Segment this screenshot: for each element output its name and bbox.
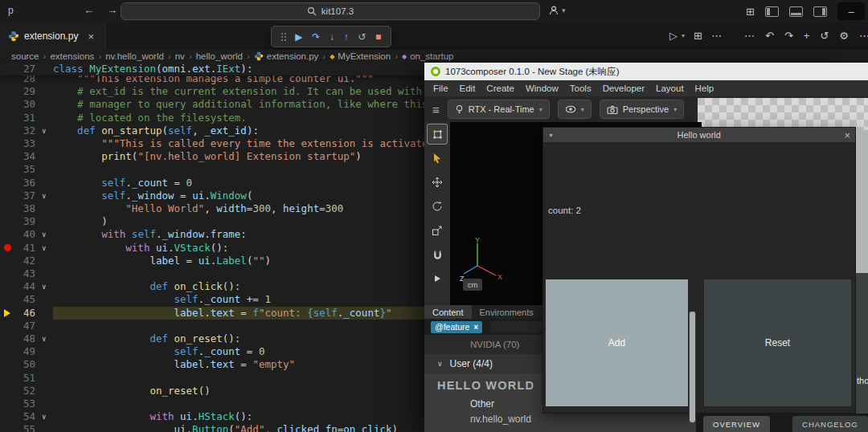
breadcrumb: source›extensions›nv.hello_world›nv›hell… — [0, 50, 868, 63]
class-symbol-icon: ◆ — [330, 53, 334, 60]
run-dropdown-icon[interactable]: ▾ — [682, 32, 685, 39]
list-item-other[interactable]: Other — [470, 398, 494, 410]
group-header: HELLO WORLD — [437, 379, 534, 392]
continue-button[interactable]: ▶ — [295, 32, 302, 42]
menu-create[interactable]: Create — [481, 84, 520, 93]
scale-tool-button[interactable] — [427, 220, 448, 241]
add-icon[interactable]: + — [804, 30, 810, 42]
stop-disconnect-button[interactable]: ■ — [375, 32, 381, 42]
back-icon[interactable]: ← — [84, 4, 94, 16]
debug-current-line-icon[interactable] — [0, 307, 14, 320]
menu-edit[interactable]: Edit — [454, 84, 481, 93]
breadcrumb-item[interactable]: nv.hello_world — [105, 51, 164, 61]
breadcrumb-item[interactable]: hello_world — [196, 51, 243, 61]
add-button[interactable]: Add — [546, 279, 688, 406]
composer-window: 1073composer 0.1.0 - New Stage (未响应) Fil… — [424, 63, 868, 432]
history-icon[interactable]: ↺ — [820, 30, 829, 42]
more-actions-icon[interactable]: ⋯ — [711, 30, 722, 42]
camera-selector[interactable]: Perspective ▾ — [600, 100, 685, 119]
visibility-selector[interactable]: ▾ — [558, 100, 592, 119]
fold-chevron-icon[interactable]: ∨ — [42, 332, 53, 345]
tab-overview[interactable]: OVERVIEW — [703, 416, 770, 432]
toggle-sidebar-icon[interactable] — [765, 6, 779, 17]
step-into-button[interactable]: ↓ — [330, 32, 334, 42]
breadcrumb-item[interactable]: ◆on_startup — [402, 51, 454, 61]
step-over-button[interactable]: ↷ — [312, 32, 320, 42]
menu-layout[interactable]: Layout — [650, 84, 690, 93]
overflow-icon[interactable]: ⋯ — [859, 30, 868, 42]
transform-tool-button[interactable] — [427, 124, 448, 145]
breadcrumb-item[interactable]: extension.py — [254, 51, 319, 61]
snap-tool-button[interactable] — [427, 244, 448, 265]
toggle-panel-icon[interactable] — [789, 6, 803, 17]
play-button[interactable] — [427, 268, 448, 289]
debug-toolbar: ▶ ↷ ↓ ↑ ↺ ■ — [271, 26, 391, 47]
remove-filter-icon[interactable]: × — [473, 323, 478, 332]
extension-doc-tabs: OVERVIEWCHANGELOG — [691, 414, 868, 432]
hello-world-header[interactable]: ▼ Hello world × — [543, 128, 855, 142]
chevron-down-icon: ▾ — [562, 6, 566, 14]
menu-help[interactable]: Help — [690, 84, 720, 93]
gutter-margin — [0, 150, 14, 163]
undo-icon[interactable]: ↶ — [765, 30, 774, 42]
fold-chevron-icon[interactable]: ∨ — [42, 242, 53, 255]
line-number: 41 — [14, 242, 42, 255]
toggle-secondary-sidebar-icon[interactable] — [813, 6, 827, 17]
gutter-margin — [0, 423, 14, 432]
breadcrumb-item[interactable]: ◆MyExtension — [330, 51, 391, 61]
scrollbar-thumb[interactable] — [690, 312, 695, 422]
fold-chevron-icon[interactable]: ∨ — [42, 410, 53, 423]
line-number: 53 — [14, 397, 42, 410]
breadcrumb-item[interactable]: extensions — [50, 51, 94, 61]
split-editor-icon[interactable]: ⊞ — [694, 30, 702, 42]
breadcrumb-item[interactable]: nv — [175, 51, 185, 61]
viewport-options-icon[interactable]: ≡ — [432, 103, 440, 116]
list-item-extension[interactable]: nv.hello_world — [470, 414, 531, 425]
fold-chevron-icon[interactable]: ∨ — [42, 228, 53, 241]
breadcrumb-item[interactable]: source — [11, 51, 39, 61]
account-menu[interactable]: ▾ — [548, 5, 566, 16]
unit-badge[interactable]: cm — [463, 279, 482, 291]
select-tool-button[interactable] — [427, 148, 448, 169]
settings-gear-icon[interactable]: ⚙ — [839, 30, 849, 42]
composer-titlebar[interactable]: 1073composer 0.1.0 - New Stage (未响应) — [424, 63, 868, 80]
fold-chevron-icon[interactable]: ∨ — [42, 280, 53, 293]
gutter-margin — [0, 112, 14, 124]
forward-icon[interactable]: → — [107, 4, 117, 16]
breakpoint-icon[interactable] — [0, 242, 14, 255]
breadcrumb-separator-icon: › — [189, 51, 192, 61]
fold-chevron-icon[interactable]: ∨ — [42, 124, 53, 137]
run-python-file-button[interactable]: ▷ — [669, 30, 678, 42]
hello-world-title: Hello world — [554, 130, 844, 140]
step-out-button[interactable]: ↑ — [344, 32, 349, 42]
collapse-icon[interactable]: ▼ — [548, 132, 554, 138]
move-tool-button[interactable] — [427, 172, 448, 193]
restart-button[interactable]: ↺ — [358, 32, 366, 42]
menu-file[interactable]: File — [428, 84, 454, 93]
redo-icon[interactable]: ↷ — [784, 30, 793, 42]
menu-window[interactable]: Window — [520, 84, 564, 93]
tab-environments[interactable]: Environments — [472, 305, 542, 319]
drag-handle-icon[interactable] — [281, 33, 286, 41]
rotate-tool-button[interactable] — [427, 196, 448, 217]
minimize-button[interactable]: – — [837, 2, 865, 20]
filter-tag[interactable]: @feature × — [431, 321, 482, 333]
menu-developer[interactable]: Developer — [597, 84, 650, 93]
tab-content[interactable]: Content — [424, 305, 472, 319]
more-icon[interactable]: ⋯ — [744, 30, 755, 42]
reset-button[interactable]: Reset — [704, 279, 851, 406]
tab-extension-py[interactable]: extension.py × — [0, 22, 106, 50]
close-tab-icon[interactable]: × — [88, 31, 94, 43]
close-icon[interactable]: × — [844, 129, 850, 141]
tab-changelog[interactable]: CHANGELOG — [792, 416, 868, 432]
customize-layout-icon[interactable]: ⊞ — [746, 6, 755, 18]
fold-space — [42, 177, 53, 190]
command-center-search[interactable]: kit107.3 — [121, 2, 540, 20]
scrollbar[interactable] — [689, 312, 696, 432]
line-number: 34 — [14, 150, 42, 163]
viewport-toolbar — [424, 122, 450, 305]
fold-space — [42, 137, 53, 150]
fold-chevron-icon[interactable]: ∨ — [42, 190, 53, 202]
menu-tools[interactable]: Tools — [564, 84, 597, 93]
renderer-selector[interactable]: RTX - Real-Time ▾ — [448, 100, 550, 119]
